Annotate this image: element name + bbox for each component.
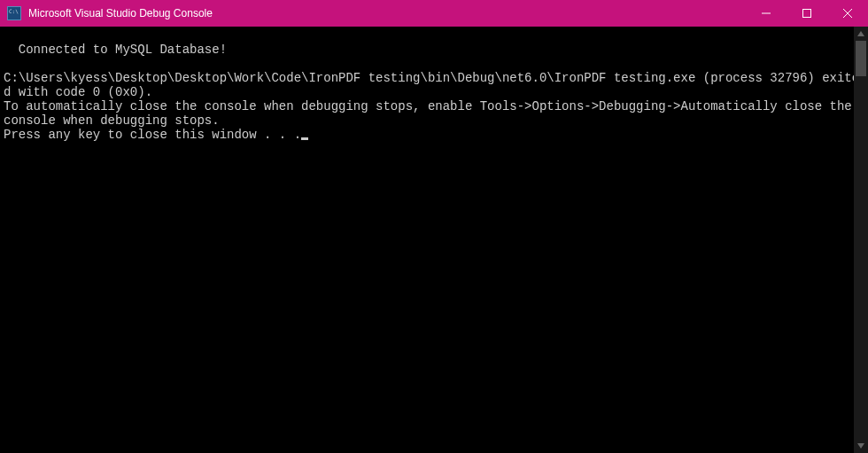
- window-title: Microsoft Visual Studio Debug Console: [28, 7, 746, 20]
- console-line: To automatically close the console when …: [4, 99, 859, 128]
- cursor: [301, 137, 308, 140]
- console-line: Connected to MySQL Database!: [19, 43, 227, 57]
- window-controls: [746, 0, 868, 27]
- scrollbar-thumb[interactable]: [856, 41, 866, 76]
- window-titlebar: Microsoft Visual Studio Debug Console: [0, 0, 868, 27]
- scrollbar-up-arrow[interactable]: [854, 27, 868, 41]
- chevron-down-icon: [857, 443, 864, 449]
- console-output[interactable]: Connected to MySQL Database! C:\Users\ky…: [0, 27, 868, 453]
- minimize-icon: [762, 9, 771, 18]
- chevron-up-icon: [857, 31, 864, 36]
- scrollbar-track[interactable]: [854, 41, 868, 439]
- console-line: C:\Users\kyess\Desktop\Desktop\Work\Code…: [4, 71, 859, 99]
- svg-rect-1: [803, 10, 811, 18]
- vertical-scrollbar[interactable]: [854, 27, 868, 453]
- app-icon: [7, 6, 21, 20]
- console-line: Press any key to close this window . . .: [4, 128, 301, 142]
- minimize-button[interactable]: [746, 0, 787, 27]
- scrollbar-down-arrow[interactable]: [854, 439, 868, 453]
- maximize-button[interactable]: [787, 0, 827, 27]
- maximize-icon: [802, 9, 811, 18]
- close-icon: [843, 9, 852, 18]
- close-button[interactable]: [827, 0, 868, 27]
